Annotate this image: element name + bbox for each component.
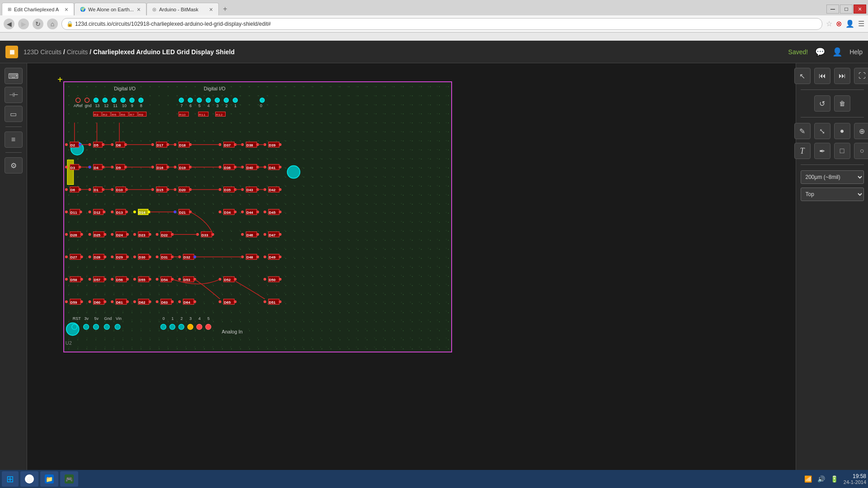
forward-button[interactable]: ▶ [18,19,29,29]
svg-point-148 [241,188,244,191]
circle-fill-tool-button[interactable]: ● [834,123,850,139]
svg-text:R11: R11 [199,113,206,117]
tab-close-1[interactable]: × [137,6,141,13]
taskbar-game-button[interactable]: 🎮 [60,471,78,487]
svg-point-168 [133,211,136,213]
tab-close-0[interactable]: × [65,6,68,13]
component-tool-button[interactable]: ⊣⊢ [5,87,23,103]
svg-point-137 [166,188,169,191]
tab-edit-charlieplexed[interactable]: ⊞ Edit Charlieplexed A × [2,3,74,15]
svg-point-265 [149,278,151,281]
back-button[interactable]: ◀ [4,19,14,29]
svg-point-332 [179,324,184,329]
maximize-button[interactable]: □ [840,5,853,14]
delete-tool-button[interactable]: 🗑 [834,95,850,112]
svg-text:Vin: Vin [116,316,122,321]
svg-rect-58 [70,142,79,147]
rotate-tool-button[interactable]: ↺ [814,95,830,112]
close-button[interactable]: × [854,5,866,14]
svg-text:D21: D21 [179,211,186,215]
svg-point-125 [79,188,81,191]
tab-arduino[interactable]: ◎ Arduino - BitMask × [146,3,219,15]
svg-point-192 [89,233,91,236]
svg-text:3: 3 [189,316,192,321]
layer-select[interactable]: Top Bottom All [801,188,864,201]
new-tab-button[interactable]: + [219,3,231,15]
error-icon[interactable]: ⊗ [836,19,842,28]
svg-point-197 [126,233,129,236]
list-tool-button[interactable]: ≡ [5,131,23,148]
home-button[interactable]: ⌂ [47,19,58,29]
svg-text:ARef: ARef [74,103,83,108]
rect-tool-button[interactable]: □ [834,143,850,159]
svg-rect-198 [138,232,149,237]
skip-back-button[interactable]: ⏮ [814,68,830,84]
svg-text:U2: U2 [66,340,72,346]
skip-forward-button[interactable]: ⏭ [834,68,850,84]
trace-width-select[interactable]: 200μm (~8mil) 400μm (~16mil) 800μm (~32m… [801,170,864,184]
chrome-icon: ◎ [25,474,34,483]
svg-point-68 [111,143,113,146]
svg-text:D22: D22 [161,233,168,237]
svg-point-120 [264,166,266,169]
svg-point-109 [189,166,192,169]
svg-point-201 [149,233,151,236]
help-button[interactable]: Help [849,48,863,56]
start-button[interactable]: ⊞ [2,471,19,487]
svg-point-293 [126,300,129,303]
path-tool-button[interactable]: ✎ [794,123,811,139]
svg-point-312 [264,300,266,303]
svg-text:D3: D3 [71,166,75,170]
keyboard-tool-button[interactable]: ⌨ [5,68,23,84]
svg-point-84 [241,143,244,146]
svg-rect-202 [160,232,171,237]
svg-rect-306 [224,299,235,305]
svg-point-31 [206,98,211,103]
circuits-link[interactable]: Circuits [67,48,88,56]
settings-icon: ⚙ [10,161,17,170]
address-box[interactable]: 🔒 123d.circuits.io/circuits/102918-charl… [61,18,822,30]
svg-text:D8: D8 [116,143,121,147]
taskbar-explorer-button[interactable]: 📁 [40,471,58,487]
canvas-area[interactable]: Digital I/O Digital I/O ARef gnd 13 12 1… [27,63,796,470]
user-profile-icon[interactable]: 👤 [832,47,842,57]
tab-we-alone[interactable]: 🌍 We Alone on Earth... × [74,3,146,15]
svg-point-185 [279,211,282,213]
brand-link[interactable]: 123D Circuits [24,48,61,56]
svg-text:D63: D63 [161,300,168,305]
svg-rect-190 [93,232,104,237]
svg-point-25 [121,98,125,103]
taskbar-chrome-button[interactable]: ◎ [20,471,38,487]
svg-text:3v: 3v [85,316,89,321]
svg-point-61 [79,143,81,146]
svg-rect-186 [70,232,81,237]
svg-point-26 [130,98,134,103]
svg-text:D59: D59 [71,300,77,305]
svg-point-32 [215,98,220,103]
app-logo: ▦ [5,46,18,58]
tab-close-2[interactable]: × [209,6,213,13]
settings-tool-button[interactable]: ⚙ [5,157,23,174]
svg-text:1: 1 [171,316,174,321]
pen-tool-button[interactable]: ✒ [814,143,830,159]
page-title: Charlieplexed Arduino LED Grid Display S… [93,48,235,56]
user-icon[interactable]: 👤 [845,19,854,28]
menu-icon[interactable]: ☰ [858,19,864,28]
bookmark-button[interactable]: ☆ [826,19,832,28]
text-tool-button[interactable]: T [794,143,811,159]
svg-text:2: 2 [225,103,227,108]
ellipse-tool-button[interactable]: ○ [854,143,868,159]
windows-logo-icon: ⊞ [6,474,14,484]
chip-tool-button[interactable]: ▭ [5,106,23,122]
svg-point-177 [234,211,236,213]
refresh-button[interactable]: ↻ [33,19,43,29]
select-tool-button[interactable]: ↖ [794,68,811,84]
svg-point-21 [85,98,90,103]
svg-point-244 [241,255,244,258]
chat-icon[interactable]: 💬 [815,47,825,57]
crosshair-tool-button[interactable]: ⊕ [854,123,868,139]
fullscreen-button[interactable]: ⛶ [854,68,868,84]
pcb-board[interactable]: Digital I/O Digital I/O ARef gnd 13 12 1… [63,81,452,352]
minimize-button[interactable]: ─ [826,5,839,14]
crop-tool-button[interactable]: ⤡ [814,123,830,139]
